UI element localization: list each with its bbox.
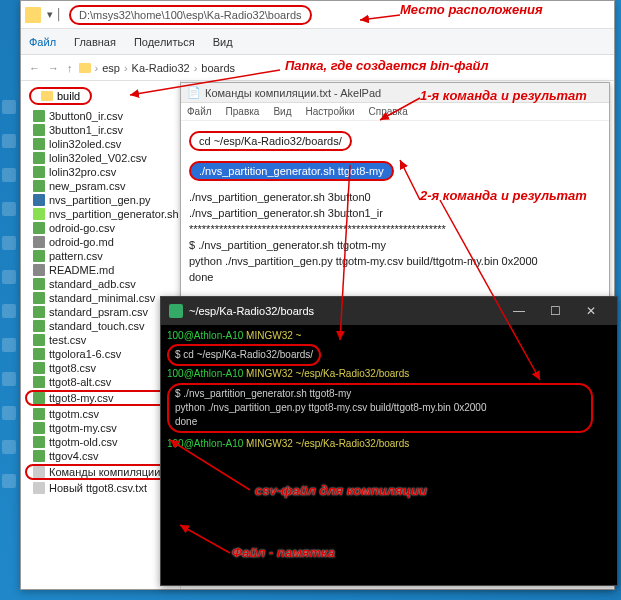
file-item[interactable]: ttgotm-old.csv [25, 435, 176, 449]
text-line: ./nvs_partition_generator.sh 3button1_ir [189, 207, 601, 219]
minimize-button[interactable]: — [501, 299, 537, 323]
akelpad-titlebar[interactable]: 📄 Команды компиляции.txt - AkelPad [181, 83, 609, 103]
maximize-button[interactable]: ☐ [537, 299, 573, 323]
menu-view[interactable]: Вид [273, 106, 291, 117]
forward-icon[interactable]: → [46, 62, 61, 74]
file-icon [33, 392, 45, 404]
back-icon[interactable]: ← [27, 62, 42, 74]
close-button[interactable]: ✕ [573, 299, 609, 323]
terminal-title: ~/esp/Ka-Radio32/boards [189, 305, 314, 317]
crumb[interactable]: esp [102, 62, 120, 74]
file-icon [33, 250, 45, 262]
file-item[interactable]: ttgov4.csv [25, 449, 176, 463]
address-bar[interactable]: D:\msys32\home\100\esp\Ka-Radio32\boards [69, 5, 312, 25]
file-item[interactable]: odroid-go.md [25, 235, 176, 249]
file-item[interactable]: odroid-go.csv [25, 221, 176, 235]
file-icon [33, 124, 45, 136]
ribbon-home[interactable]: Главная [74, 36, 116, 48]
crumb[interactable]: boards [201, 62, 235, 74]
nav-bar[interactable]: ← → ↑ › esp › Ka-Radio32 › boards [21, 55, 614, 81]
file-label: standard_psram.csv [49, 306, 148, 318]
file-label: ttgot8-my.csv [49, 392, 114, 404]
file-label: lolin32pro.csv [49, 166, 116, 178]
file-item[interactable]: standard_psram.csv [25, 305, 176, 319]
menu-edit[interactable]: Правка [226, 106, 260, 117]
file-item[interactable]: Команды компиляции.txt [25, 464, 176, 480]
ribbon-file[interactable]: Файл [29, 36, 56, 48]
menu-file[interactable]: Файл [187, 106, 212, 117]
explorer-titlebar[interactable]: ▾ │ D:\msys32\home\100\esp\Ka-Radio32\bo… [21, 1, 614, 29]
file-item[interactable]: 3button0_ir.csv [25, 109, 176, 123]
file-icon [33, 376, 45, 388]
file-label: ttgotm.csv [49, 408, 99, 420]
file-item[interactable]: standard_adb.csv [25, 277, 176, 291]
file-item[interactable]: lolin32oled_V02.csv [25, 151, 176, 165]
file-item[interactable]: test.csv [25, 333, 176, 347]
file-item[interactable]: ttgot8-my.csv [25, 390, 176, 406]
build-folder[interactable]: build [29, 87, 92, 105]
file-item[interactable]: Новый ttgot8.csv.txt [25, 481, 176, 495]
file-item[interactable]: new_psram.csv [25, 179, 176, 193]
file-item[interactable]: README.md [25, 263, 176, 277]
file-item[interactable]: ttgot8.csv [25, 361, 176, 375]
file-icon [33, 278, 45, 290]
caret-icon: ▾ │ [47, 8, 63, 21]
terminal-icon [169, 304, 183, 318]
akelpad-body[interactable]: cd ~/esp/Ka-Radio32/boards/ ./nvs_partit… [181, 121, 609, 293]
file-icon [33, 110, 45, 122]
file-label: standard_adb.csv [49, 278, 136, 290]
file-item[interactable]: lolin32pro.csv [25, 165, 176, 179]
file-label: standard_touch.csv [49, 320, 144, 332]
text-line: python ./nvs_partition_gen.py ttgotm-my.… [189, 255, 601, 267]
file-label: ttgotm-my.csv [49, 422, 117, 434]
file-icon [33, 436, 45, 448]
file-label: new_psram.csv [49, 180, 125, 192]
file-item[interactable]: pattern.csv [25, 249, 176, 263]
ribbon-share[interactable]: Поделиться [134, 36, 195, 48]
terminal-window[interactable]: ~/esp/Ka-Radio32/boards — ☐ ✕ 100@Athlon… [160, 296, 618, 586]
term-line: 100@Athlon-A10 MINGW32 ~/esp/Ka-Radio32/… [167, 437, 611, 451]
file-icon [33, 450, 45, 462]
file-icon [33, 152, 45, 164]
akelpad-menu[interactable]: Файл Правка Вид Настройки Справка [181, 103, 609, 121]
terminal-body[interactable]: 100@Athlon-A10 MINGW32 ~ $ cd ~/esp/Ka-R… [161, 325, 617, 455]
up-icon[interactable]: ↑ [65, 62, 75, 74]
folder-label: build [57, 90, 80, 102]
file-icon [33, 166, 45, 178]
crumb[interactable]: Ka-Radio32 [132, 62, 190, 74]
file-tree[interactable]: build 3button0_ir.csv3button1_ir.csvloli… [21, 81, 181, 589]
file-label: test.csv [49, 334, 86, 346]
file-icon [33, 222, 45, 234]
file-label: standard_minimal.csv [49, 292, 155, 304]
file-item[interactable]: nvs_partition_gen.py [25, 193, 176, 207]
file-item[interactable]: nvs_partition_generator.sh [25, 207, 176, 221]
file-item[interactable]: standard_touch.csv [25, 319, 176, 333]
cmd2-text[interactable]: ./nvs_partition_generator.sh ttgot8-my [189, 161, 394, 181]
text-line: ./nvs_partition_generator.sh 3button0 [189, 191, 601, 203]
file-label: odroid-go.md [49, 236, 114, 248]
akelpad-window[interactable]: 📄 Команды компиляции.txt - AkelPad Файл … [180, 82, 610, 302]
file-icon [33, 236, 45, 248]
text-line: ****************************************… [189, 223, 601, 235]
menu-help[interactable]: Справка [369, 106, 408, 117]
file-item[interactable]: ttgolora1-6.csv [25, 347, 176, 361]
file-item[interactable]: 3button1_ir.csv [25, 123, 176, 137]
ribbon-tabs[interactable]: Файл Главная Поделиться Вид [21, 29, 614, 55]
terminal-titlebar[interactable]: ~/esp/Ka-Radio32/boards — ☐ ✕ [161, 297, 617, 325]
ribbon-view[interactable]: Вид [213, 36, 233, 48]
file-item[interactable]: ttgotm-my.csv [25, 421, 176, 435]
file-item[interactable]: lolin32oled.csv [25, 137, 176, 151]
menu-settings[interactable]: Настройки [305, 106, 354, 117]
file-label: ttgolora1-6.csv [49, 348, 121, 360]
file-icon [33, 208, 45, 220]
file-item[interactable]: ttgotm.csv [25, 407, 176, 421]
file-item[interactable]: standard_minimal.csv [25, 291, 176, 305]
breadcrumb[interactable]: › esp › Ka-Radio32 › boards [79, 62, 609, 74]
file-icon [33, 362, 45, 374]
desktop-icons [2, 100, 20, 508]
file-item[interactable]: ttgot8-alt.csv [25, 375, 176, 389]
file-icon [33, 138, 45, 150]
file-label: lolin32oled_V02.csv [49, 152, 147, 164]
file-icon [33, 348, 45, 360]
cmd1-text[interactable]: cd ~/esp/Ka-Radio32/boards/ [189, 131, 352, 151]
